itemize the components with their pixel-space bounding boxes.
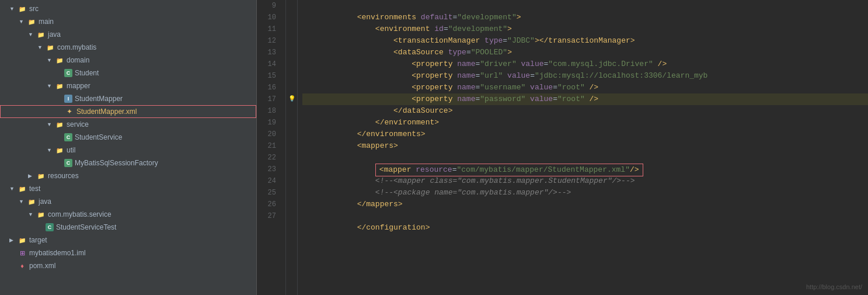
arrow-java-test: ▼ — [19, 199, 27, 204]
line-num-25: 25 — [257, 187, 281, 199]
folder-icon-main: 📁 — [27, 17, 36, 26]
tree-item-mybatissql[interactable]: ▶ C MyBatisSqlSessionFactory — [0, 157, 256, 169]
watermark: http://blog.csdn.net/ — [806, 283, 862, 290]
line-num-22: 22 — [257, 152, 281, 164]
line-num-15: 15 — [257, 70, 281, 82]
tree-item-pom[interactable]: ▶ ♦ pom.xml — [0, 259, 256, 272]
line-num-16: 16 — [257, 82, 281, 93]
label-mapper: mapper — [67, 82, 90, 90]
label-domain: domain — [67, 56, 89, 64]
label-studentservicetest: StudentServiceTest — [56, 223, 116, 231]
tree-item-mapper[interactable]: ▼ 📁 mapper — [0, 79, 256, 92]
tree-item-service[interactable]: ▼ 📁 service — [0, 118, 256, 131]
tree-item-java[interactable]: ▼ 📁 java — [0, 28, 256, 41]
label-service: service — [67, 120, 89, 129]
folder-icon-com-mybatis: 📁 — [46, 43, 55, 52]
code-line-9: <environments default="development"> — [302, 0, 868, 12]
arrow-src: ▼ — [9, 6, 18, 12]
tree-item-studentservice[interactable]: ▶ C StudentService — [0, 131, 256, 144]
folder-icon-util: 📁 — [55, 145, 64, 155]
gutter-17: 💡 — [286, 93, 297, 105]
label-student: Student — [75, 69, 99, 77]
label-resources: resources — [48, 172, 79, 180]
gutter-11 — [286, 23, 297, 35]
code-editor: 9 10 11 12 13 14 15 16 17 18 19 20 21 22… — [257, 0, 868, 295]
line-num-24: 24 — [257, 175, 281, 187]
tree-item-student[interactable]: ▶ C Student — [0, 67, 256, 79]
label-iml: mybatisdemo1.iml — [29, 249, 86, 257]
folder-icon-java: 📁 — [36, 30, 46, 39]
folder-icon-java-test: 📁 — [27, 197, 36, 206]
arrow-com-mybatis-service: ▼ — [28, 211, 36, 217]
line-num-11: 11 — [257, 23, 281, 35]
label-src: src — [29, 5, 39, 13]
label-target: target — [29, 236, 47, 244]
label-util: util — [67, 146, 75, 154]
tree-item-com-mybatis-service[interactable]: ▼ 📁 com.mybatis.service — [0, 208, 256, 221]
interface-icon-studentmapper: I — [64, 95, 72, 103]
folder-icon-src: 📁 — [18, 4, 27, 13]
label-java: java — [48, 30, 61, 39]
gutter-22 — [286, 152, 297, 164]
code-lines: <environments default="development"> <en… — [298, 0, 868, 295]
line-num-26: 26 — [257, 199, 281, 210]
line-num-9: 9 — [257, 0, 281, 12]
tree-item-com-mybatis[interactable]: ▼ 📁 com.mybatis — [0, 41, 256, 54]
tree-item-main[interactable]: ▼ 📁 main — [0, 15, 256, 28]
tree-item-resources[interactable]: ▶ 📁 resources — [0, 169, 256, 182]
tree-item-target[interactable]: ▶ 📁 target — [0, 234, 256, 247]
label-com-mybatis: com.mybatis — [57, 43, 96, 51]
tree-item-studentservicetest[interactable]: ▶ C StudentServiceTest — [0, 221, 256, 234]
tree-item-studentmapper-xml[interactable]: ▶ ✦ StudentMapper.xml — [0, 105, 256, 118]
gutter-25 — [286, 187, 297, 199]
line-num-18: 18 — [257, 105, 281, 117]
label-pom: pom.xml — [29, 262, 55, 270]
gutter-21 — [286, 140, 297, 152]
gutter-24 — [286, 175, 297, 187]
gutter-12 — [286, 35, 297, 47]
label-studentmapper-interface: StudentMapper — [75, 95, 123, 103]
gutter-23 — [286, 164, 297, 175]
tree-item-domain[interactable]: ▼ 📁 domain — [0, 54, 256, 67]
class-icon-studentservice: C — [64, 133, 72, 141]
tree-item-test[interactable]: ▼ 📁 test — [0, 182, 256, 195]
label-studentservice: StudentService — [75, 133, 122, 141]
gutter-19 — [286, 117, 297, 129]
file-tree[interactable]: ▼ 📁 src ▼ 📁 main ▼ 📁 java ▼ 📁 com.mybati… — [0, 0, 257, 295]
line-num-14: 14 — [257, 58, 281, 70]
arrow-resources: ▶ — [28, 173, 36, 179]
arrow-util: ▼ — [47, 147, 55, 153]
gutter-18 — [286, 105, 297, 117]
label-main: main — [39, 18, 54, 26]
label-test: test — [29, 185, 40, 193]
arrow-mapper: ▼ — [47, 83, 55, 89]
code-line-22: <mapper resource="com/mybatis/mapper/Stu… — [302, 152, 868, 164]
folder-icon-domain: 📁 — [55, 55, 64, 65]
tree-item-util[interactable]: ▼ 📁 util — [0, 144, 256, 157]
tree-item-src[interactable]: ▼ 📁 src — [0, 2, 256, 15]
line-num-12: 12 — [257, 35, 281, 47]
arrow-test: ▼ — [9, 186, 18, 192]
maven-icon: ♦ — [18, 261, 27, 270]
gutter-14 — [286, 58, 297, 70]
gutter-13 — [286, 47, 297, 58]
arrow-com-mybatis: ▼ — [37, 44, 46, 50]
tree-item-iml[interactable]: ▶ ⊞ mybatisdemo1.iml — [0, 247, 256, 259]
gutter-20 — [286, 129, 297, 140]
tree-item-studentmapper-interface[interactable]: ▶ I StudentMapper — [0, 92, 256, 105]
line-num-19: 19 — [257, 117, 281, 129]
label-java-test: java — [39, 197, 51, 206]
label-studentmapper-xml: StudentMapper.xml — [76, 107, 137, 116]
line-num-27: 27 — [257, 210, 281, 222]
gutter-26 — [286, 199, 297, 210]
class-icon-studentservicetest: C — [46, 223, 54, 231]
tree-item-java-test[interactable]: ▼ 📁 java — [0, 195, 256, 208]
folder-icon-com-mybatis-service: 📁 — [36, 210, 46, 219]
line-num-21: 21 — [257, 140, 281, 152]
folder-icon-target: 📁 — [18, 235, 27, 245]
xml-icon-studentmapper: ✦ — [65, 107, 74, 116]
folder-icon-resources: 📁 — [36, 171, 46, 181]
arrow-service: ▼ — [47, 122, 55, 127]
folder-icon-mapper: 📁 — [55, 81, 64, 91]
class-icon-student: C — [64, 69, 72, 77]
